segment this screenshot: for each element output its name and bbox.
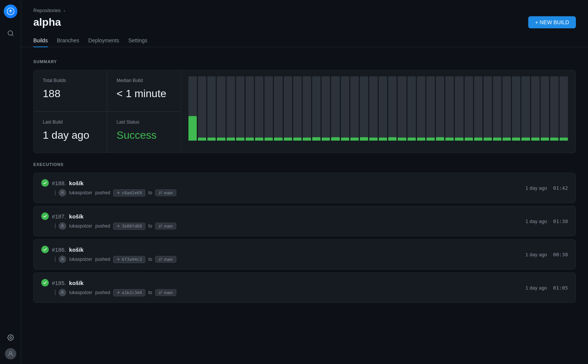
bar-group (521, 76, 530, 141)
tab-builds[interactable]: Builds (33, 34, 48, 47)
svg-point-30 (159, 260, 160, 261)
branch-tag: main (155, 189, 176, 196)
summary-section-title: SUMMARY (33, 59, 576, 64)
bar-group (312, 76, 320, 141)
bar-fill (521, 138, 530, 141)
svg-point-14 (118, 226, 119, 227)
tab-deployments[interactable]: Deployments (88, 34, 119, 47)
execution-top: #188. košík lukaspolzer pushed (41, 179, 568, 197)
bar-fill (541, 138, 549, 141)
app-logo[interactable] (4, 5, 17, 18)
nav-tabs: Builds Branches Deployments Settings (33, 34, 576, 47)
bar-fill (408, 138, 416, 141)
svg-point-4 (62, 191, 63, 193)
bar-fill (388, 137, 397, 141)
tab-settings[interactable]: Settings (128, 34, 148, 47)
exec-time-ago: 1 day ago (526, 218, 547, 224)
bar-group (255, 76, 263, 141)
bar-bg (369, 76, 378, 141)
new-build-button[interactable]: + NEW BUILD (528, 16, 576, 28)
bar-bg (417, 76, 425, 141)
settings-icon[interactable] (5, 331, 17, 344)
exec-name: košík (69, 246, 84, 253)
exec-number: #185. (52, 280, 66, 286)
user-avatar-small (59, 256, 66, 263)
execution-left: #185. košík lukaspolzer pushed (41, 279, 176, 296)
bar-fill (560, 138, 568, 141)
bar-bg (293, 76, 302, 141)
bar-group (341, 76, 349, 141)
bar-bg (398, 76, 406, 141)
page-title-row: alpha + NEW BUILD (33, 16, 576, 28)
exec-duration: 01:42 (553, 185, 568, 191)
exec-action: pushed (95, 290, 110, 295)
bar-fill (322, 138, 330, 141)
bar-group (474, 76, 482, 141)
total-builds-value: 188 (43, 88, 98, 100)
svg-point-20 (161, 225, 162, 226)
execution-row[interactable]: #187. košík lukaspolzer pushed (33, 206, 576, 236)
execution-right: 1 day ago 01:42 (526, 185, 568, 191)
last-build-card: Last Build 1 day ago (33, 112, 107, 153)
execution-row[interactable]: #185. košík lukaspolzer pushed (33, 273, 576, 303)
execution-title: #186. košík (41, 246, 176, 253)
bar-group (560, 76, 568, 141)
total-builds-label: Total Builds (43, 78, 98, 83)
commit-hash-tag: a1b2c3d4 (113, 289, 145, 296)
tab-branches[interactable]: Branches (57, 34, 79, 47)
bar-bg (322, 76, 330, 141)
execution-top: #186. košík lukaspolzer pushed (41, 246, 568, 263)
breadcrumb-repositories[interactable]: Repositories (33, 8, 61, 13)
bar-group (350, 76, 359, 141)
bar-bg (207, 76, 216, 141)
user-avatar[interactable] (5, 348, 16, 359)
bar-fill (512, 138, 520, 141)
exec-number: #186. (52, 246, 66, 253)
exec-duration: 01:38 (553, 218, 568, 224)
bar-bg (426, 76, 435, 141)
execution-row[interactable]: #188. košík lukaspolzer pushed (33, 173, 576, 203)
execution-right: 1 day ago 01:38 (526, 218, 568, 224)
bar-group (550, 76, 558, 141)
bar-bg (303, 76, 311, 141)
bar-bg (227, 76, 235, 141)
bar-fill (360, 137, 368, 141)
execution-left: #188. košík lukaspolzer pushed (41, 179, 176, 197)
bar-bg (341, 76, 349, 141)
success-status-icon (41, 212, 49, 220)
bar-bg (388, 76, 397, 141)
user-avatar-small (59, 189, 66, 197)
bar-group (465, 76, 473, 141)
bar-bg (455, 76, 463, 141)
bar-bg (502, 76, 511, 141)
exec-action: pushed (95, 190, 110, 195)
execution-left: #186. košík lukaspolzer pushed (41, 246, 176, 263)
bar-fill (455, 138, 463, 141)
search-icon[interactable] (5, 27, 17, 39)
bar-fill (207, 138, 216, 141)
exec-duration: 01:05 (553, 285, 568, 291)
bar-group (264, 76, 273, 141)
bar-group (512, 76, 520, 141)
bar-group (322, 76, 330, 141)
svg-point-2 (9, 337, 11, 339)
bar-bg (284, 76, 292, 141)
bar-fill (474, 138, 482, 141)
bar-bg (484, 76, 492, 141)
bar-fill (550, 138, 558, 141)
breadcrumb-chevron-icon: › (64, 8, 65, 13)
execution-meta: lukaspolzer pushed c6ad1e69 to (41, 189, 176, 197)
bar-bg (521, 76, 530, 141)
summary-grid: Total Builds 188 Median Build < 1 minute… (33, 70, 576, 153)
user-avatar-small (59, 222, 66, 230)
execution-row[interactable]: #186. košík lukaspolzer pushed (33, 239, 576, 270)
bar-fill (350, 138, 359, 141)
commit-hash-tag: 3b00fd68 (113, 223, 145, 230)
execution-right: 1 day ago 00:38 (526, 252, 568, 257)
bar-fill (293, 138, 302, 141)
execution-meta: lukaspolzer pushed 6f3a94c3 to (41, 256, 176, 263)
breadcrumb: Repositories › (33, 8, 576, 13)
bar-fill (331, 137, 339, 141)
bar-fill (493, 138, 501, 141)
summary-stats: Total Builds 188 Median Build < 1 minute… (33, 70, 181, 153)
